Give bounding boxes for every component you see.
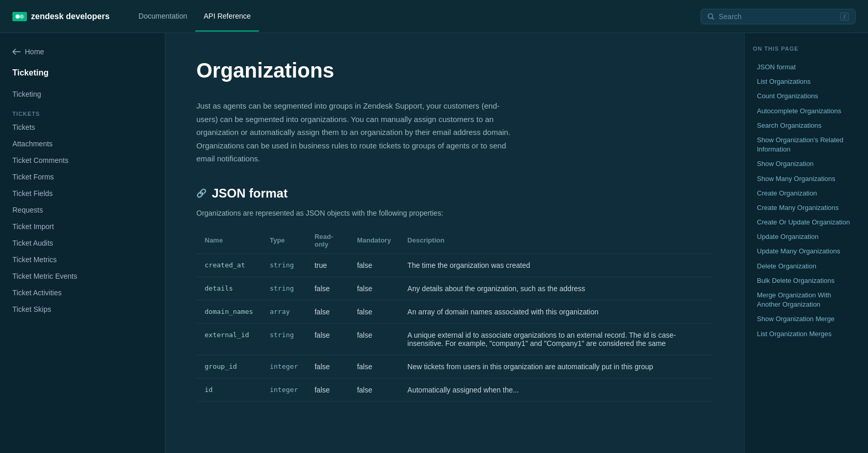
col-readonly: Read-only: [306, 228, 349, 254]
anchor-icon: 🔗: [196, 188, 207, 198]
sidebar-item-tickets[interactable]: Tickets: [0, 119, 165, 135]
nav-api-reference[interactable]: API Reference: [195, 2, 259, 32]
sidebar-item-ticket-skips[interactable]: Ticket Skips: [0, 301, 165, 318]
cell-type: string: [261, 253, 306, 277]
on-this-page-item[interactable]: Delete Organization: [753, 259, 860, 274]
sidebar-item-ticket-activities[interactable]: Ticket Activities: [0, 284, 165, 301]
logo-text: zendesk developers: [31, 12, 110, 21]
logo[interactable]: zendesk developers: [12, 12, 110, 21]
on-this-page-item[interactable]: List Organizations: [753, 74, 860, 89]
cell-description: An array of domain names associated with…: [399, 300, 713, 323]
search-bar: /: [701, 9, 856, 24]
cell-type: array: [261, 300, 306, 323]
layout: Home Ticketing Ticketing TICKETS Tickets…: [0, 33, 868, 453]
cell-type: integer: [261, 355, 306, 378]
sidebar-item-ticket-comments[interactable]: Ticket Comments: [0, 152, 165, 169]
sidebar-home-label: Home: [25, 48, 44, 56]
cell-name: id: [196, 378, 261, 401]
sidebar-category: TICKETS: [0, 107, 165, 119]
table-header-row: Name Type Read-only Mandatory Descriptio…: [196, 228, 713, 254]
arrow-left-icon: [12, 49, 21, 55]
table-row: id integer false false Automatically ass…: [196, 378, 713, 401]
on-this-page-item[interactable]: Autocomplete Organizations: [753, 104, 860, 118]
on-this-page-item[interactable]: Create Many Organizations: [753, 201, 860, 215]
right-panel: ON THIS PAGE JSON formatList Organizatio…: [744, 33, 868, 453]
cell-description: New tickets from users in this organizat…: [399, 355, 713, 378]
sidebar-item-ticket-metrics[interactable]: Ticket Metrics: [0, 251, 165, 268]
sidebar-item-ticket-metric-events[interactable]: Ticket Metric Events: [0, 268, 165, 284]
cell-type: integer: [261, 378, 306, 401]
sidebar-ticketing-link[interactable]: Ticketing: [0, 86, 165, 102]
main-content: Organizations Just as agents can be segm…: [165, 33, 744, 453]
on-this-page-item[interactable]: JSON format: [753, 60, 860, 74]
logo-icon: [12, 12, 27, 21]
sidebar-home[interactable]: Home: [0, 43, 165, 60]
cell-name: created_at: [196, 253, 261, 277]
svg-point-1: [16, 14, 20, 19]
cell-readonly: true: [306, 253, 349, 277]
section-heading: 🔗 JSON format: [196, 186, 713, 201]
sidebar-item-ticket-fields[interactable]: Ticket Fields: [0, 185, 165, 202]
cell-description: Automatically assigned when the...: [399, 378, 713, 401]
cell-name: details: [196, 277, 261, 300]
json-format-table: Name Type Read-only Mandatory Descriptio…: [196, 228, 713, 402]
on-this-page-item[interactable]: Update Many Organizations: [753, 244, 860, 259]
cell-readonly: false: [306, 300, 349, 323]
on-this-page-item[interactable]: Show Many Organizations: [753, 172, 860, 186]
on-this-page-item[interactable]: Update Organization: [753, 230, 860, 244]
cell-description: Any details about the organization, such…: [399, 277, 713, 300]
cell-description: The time the organization was created: [399, 253, 713, 277]
cell-mandatory: false: [349, 355, 399, 378]
col-description: Description: [399, 228, 713, 254]
sidebar-item-attachments[interactable]: Attachments: [0, 135, 165, 152]
col-type: Type: [261, 228, 306, 254]
on-this-page-item[interactable]: List Organization Merges: [753, 327, 860, 341]
sidebar-item-ticket-audits[interactable]: Ticket Audits: [0, 235, 165, 251]
on-this-page-item[interactable]: Show Organization: [753, 157, 860, 171]
nav-links: Documentation API Reference: [130, 2, 259, 32]
search-input[interactable]: [719, 12, 836, 21]
section-title: JSON format: [212, 186, 288, 201]
page-title: Organizations: [196, 58, 713, 83]
table-row: group_id integer false false New tickets…: [196, 355, 713, 378]
cell-name: domain_names: [196, 300, 261, 323]
cell-readonly: false: [306, 277, 349, 300]
sidebar-item-ticket-forms[interactable]: Ticket Forms: [0, 169, 165, 185]
cell-description: A unique external id to associate organi…: [399, 323, 713, 355]
cell-mandatory: false: [349, 253, 399, 277]
on-this-page-item[interactable]: Merge Organization With Another Organiza…: [753, 288, 860, 312]
table-row: details string false false Any details a…: [196, 277, 713, 300]
cell-readonly: false: [306, 355, 349, 378]
on-this-page-item[interactable]: Bulk Delete Organizations: [753, 274, 860, 288]
on-this-page-item[interactable]: Create Or Update Organization: [753, 215, 860, 230]
col-name: Name: [196, 228, 261, 254]
svg-line-4: [712, 18, 714, 19]
cell-mandatory: false: [349, 277, 399, 300]
page-description: Just as agents can be segmented into gro…: [196, 99, 517, 165]
cell-readonly: false: [306, 323, 349, 355]
nav-documentation[interactable]: Documentation: [130, 2, 195, 32]
on-this-page-item[interactable]: Show Organization Merge: [753, 312, 860, 326]
sidebar-item-requests[interactable]: Requests: [0, 202, 165, 218]
col-mandatory: Mandatory: [349, 228, 399, 254]
table-row: domain_names array false false An array …: [196, 300, 713, 323]
on-this-page-item[interactable]: Search Organizations: [753, 118, 860, 133]
table-row: external_id string false false A unique …: [196, 323, 713, 355]
cell-type: string: [261, 277, 306, 300]
on-this-page-title: ON THIS PAGE: [753, 46, 860, 52]
on-this-page-item[interactable]: Count Organizations: [753, 89, 860, 103]
sidebar-section-title: Ticketing: [0, 64, 165, 86]
cell-readonly: false: [306, 378, 349, 401]
sidebar: Home Ticketing Ticketing TICKETS Tickets…: [0, 33, 165, 453]
cell-mandatory: false: [349, 300, 399, 323]
sidebar-item-ticket-import[interactable]: Ticket Import: [0, 218, 165, 235]
on-this-page-item[interactable]: Create Organization: [753, 186, 860, 201]
cell-name: external_id: [196, 323, 261, 355]
cell-mandatory: false: [349, 323, 399, 355]
on-this-page-item[interactable]: Show Organization's Related Information: [753, 133, 860, 157]
cell-type: string: [261, 323, 306, 355]
table-row: created_at string true false The time th…: [196, 253, 713, 277]
cell-mandatory: false: [349, 378, 399, 401]
section-subtext: Organizations are represented as JSON ob…: [196, 209, 713, 217]
cell-name: group_id: [196, 355, 261, 378]
